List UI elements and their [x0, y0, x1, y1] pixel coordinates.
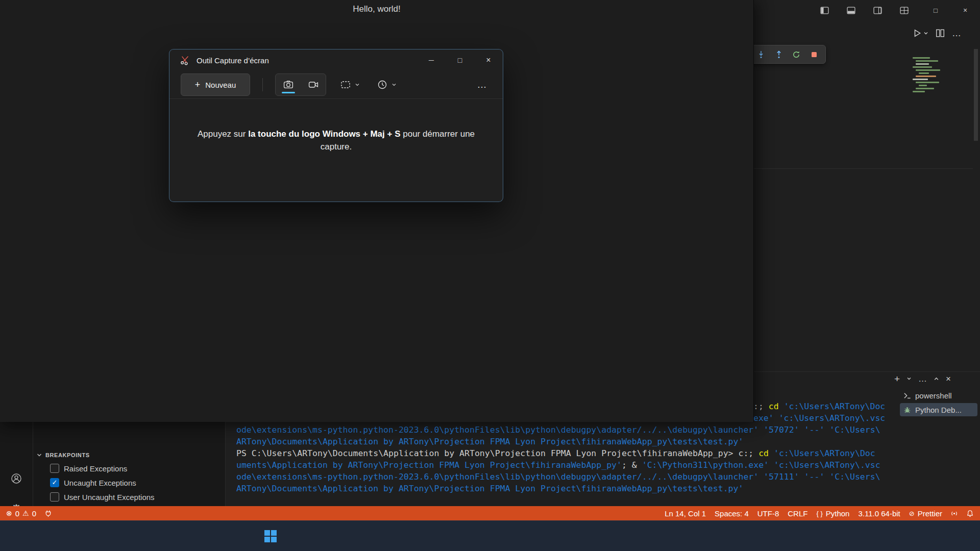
breakpoint-label: Uncaught Exceptions [64, 479, 136, 487]
snipping-tool-app-icon [180, 55, 190, 65]
breakpoints-title: BREAKPOINTS [45, 452, 90, 458]
terminal-icon [903, 392, 911, 399]
terminal-tabs-list: powershell Python Deb... [900, 389, 977, 417]
terminal-line: :; cd 'c:\Users\ARTony\Doc [753, 400, 885, 412]
terminal-tab-python-debug[interactable]: Python Deb... [900, 403, 977, 416]
breakpoint-label: Raised Exceptions [64, 464, 127, 473]
vscode-window-controls: ─ □ × [891, 0, 980, 20]
capture-type-switch [275, 73, 326, 96]
snip-delay-dropdown[interactable] [374, 74, 400, 95]
terminal-line: ode\extensions\ms-python.python-2023.6.0… [236, 471, 885, 483]
status-indentation[interactable]: Spaces: 4 [715, 509, 749, 518]
taskbar: Rechercher [0, 520, 980, 551]
status-language[interactable]: { }Python [816, 509, 849, 518]
terminal-tab-label: powershell [915, 391, 952, 400]
snip-close-button[interactable]: × [474, 49, 503, 71]
screenshot-mode-button[interactable] [276, 74, 301, 95]
hello-world-title: Hello, world! [0, 0, 753, 14]
editor-actions: … [913, 26, 962, 41]
snipping-tool-title: Outil Capture d’écran [197, 56, 269, 65]
breakpoint-checkbox[interactable] [50, 492, 59, 502]
terminal-line: ARTony\Documents\Application by ARTony\P… [236, 483, 885, 494]
breakpoint-label: User Uncaught Exceptions [64, 493, 155, 502]
status-prettier[interactable]: ⊘Prettier [909, 509, 942, 518]
snipping-tool-toolbar: + Nouveau [169, 71, 503, 99]
toggle-primary-sidebar-icon[interactable] [816, 0, 833, 20]
snip-maximize-button[interactable]: □ [446, 49, 474, 71]
breakpoints-header[interactable]: BREAKPOINTS [33, 449, 225, 461]
snip-mode-dropdown[interactable] [337, 74, 363, 95]
status-bar: ⊗ 0 ⚠ 0 Ln 14, Col 1Spaces: 4UTF-8CRLF{ … [0, 506, 980, 520]
editor-more-actions-button[interactable]: … [952, 28, 962, 39]
chevron-down-icon [923, 31, 928, 36]
chevron-down-icon [355, 82, 360, 87]
restart-button[interactable] [790, 48, 803, 61]
chevron-down-icon [37, 453, 42, 458]
warning-icon: ⚠ [22, 509, 29, 517]
video-mode-button[interactable] [301, 74, 326, 95]
prettier-icon: ⊘ [909, 510, 915, 517]
terminal-tab-powershell[interactable]: powershell [900, 389, 977, 402]
vscode-maximize-button[interactable]: □ [921, 0, 950, 20]
breakpoint-item[interactable]: ✓Uncaught Exceptions [33, 475, 225, 490]
play-icon [913, 29, 922, 38]
error-count: 0 [15, 509, 19, 518]
rectangle-mode-icon [340, 80, 351, 90]
desktop-screen: ─ □ × … + … [0, 0, 980, 551]
breakpoints-section: BREAKPOINTS Raised Exceptions✓Uncaught E… [33, 449, 225, 504]
vscode-close-button[interactable]: × [950, 0, 980, 20]
status-eol[interactable]: CRLF [788, 509, 807, 518]
remote-indicator-icon[interactable] [950, 510, 958, 517]
terminal-tab-label: Python Deb... [915, 406, 962, 414]
snip-minimize-button[interactable]: ─ [417, 49, 446, 71]
start-button[interactable] [259, 525, 282, 547]
breakpoint-item[interactable]: User Uncaught Exceptions [33, 490, 225, 504]
new-capture-button[interactable]: + Nouveau [181, 73, 250, 96]
toggle-panel-icon[interactable] [842, 0, 860, 20]
status-bar-right: Ln 14, Col 1Spaces: 4UTF-8CRLF{ }Python3… [665, 509, 974, 518]
breakpoint-checkbox[interactable]: ✓ [50, 478, 59, 487]
status-interpreter[interactable]: 3.11.0 64-bit [858, 509, 900, 518]
status-encoding[interactable]: UTF-8 [757, 509, 779, 518]
maximize-panel-button[interactable] [934, 376, 939, 382]
minimap[interactable] [913, 57, 945, 94]
error-icon: ⊗ [6, 509, 12, 517]
debug-toolbar [749, 45, 826, 64]
step-into-button[interactable] [754, 48, 768, 61]
windows-logo-icon [264, 530, 277, 542]
breakpoint-item[interactable]: Raised Exceptions [33, 461, 225, 475]
toggle-secondary-sidebar-icon[interactable] [869, 0, 886, 20]
step-out-button[interactable] [772, 48, 786, 61]
problems-status[interactable]: ⊗ 0 ⚠ 0 [6, 509, 36, 518]
terminal-line: ARTony\Documents\Application by ARTony\P… [236, 436, 885, 447]
plus-icon: + [195, 80, 201, 89]
terminal-line: PS C:\Users\ARTony\Documents\Application… [236, 447, 885, 459]
close-panel-button[interactable]: × [946, 374, 951, 383]
split-editor-button[interactable] [936, 29, 945, 38]
stop-button[interactable] [807, 48, 821, 61]
vscode-minimize-button[interactable]: ─ [891, 0, 921, 20]
snipping-tool-titlebar[interactable]: Outil Capture d’écran ─ □ × [169, 49, 503, 71]
toolbar-separator [262, 78, 263, 91]
notifications-bell-icon[interactable] [966, 510, 974, 517]
debug-session-icon[interactable] [44, 510, 52, 517]
terminal-line: ode\extensions\ms-python.python-2023.6.0… [236, 424, 885, 436]
terminal-line: uments\Application by ARTony\Projection … [236, 459, 885, 471]
status-cursor-position[interactable]: Ln 14, Col 1 [665, 509, 706, 518]
new-capture-label: Nouveau [205, 81, 236, 89]
snipping-tool-window: Outil Capture d’écran ─ □ × + Nouveau [169, 49, 503, 202]
run-python-file-button[interactable] [913, 29, 928, 38]
editor-group-divider[interactable] [753, 168, 973, 169]
editor-scrollbar[interactable] [974, 49, 978, 141]
new-terminal-button[interactable]: + [894, 374, 900, 384]
language-icon: { } [816, 510, 822, 517]
breakpoint-checkbox[interactable] [50, 464, 59, 473]
video-camera-icon [308, 80, 318, 90]
timer-clock-icon [377, 80, 387, 90]
accounts-button[interactable] [0, 472, 33, 485]
panel-more-actions-button[interactable]: … [918, 374, 927, 383]
camera-icon [283, 80, 293, 90]
python-debug-icon [903, 406, 911, 414]
terminal-dropdown-button[interactable] [906, 376, 912, 381]
snip-more-options-button[interactable]: … [472, 76, 492, 94]
